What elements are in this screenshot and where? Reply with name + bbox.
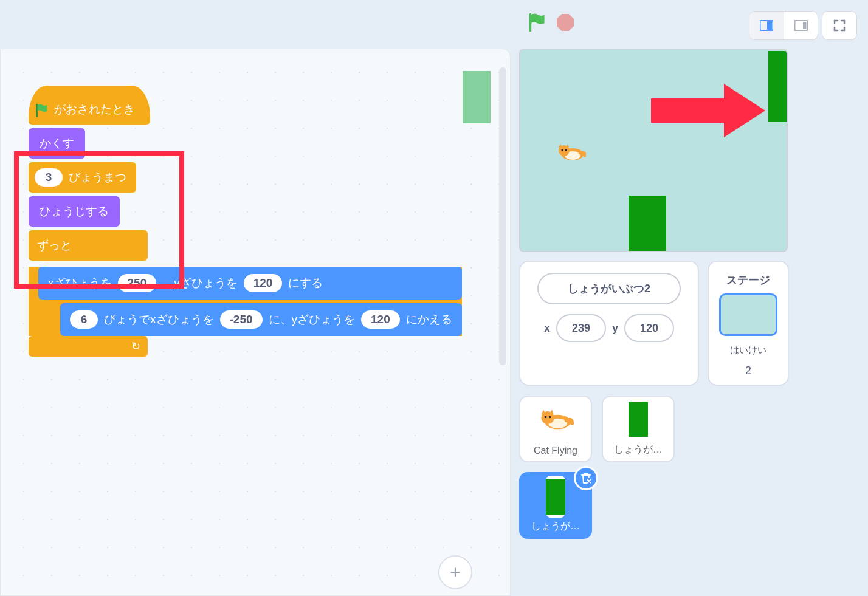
block-label: に、yざひょうを xyxy=(269,312,356,327)
glide-secs-input[interactable]: 6 xyxy=(70,310,98,329)
block-label: にする xyxy=(288,275,323,291)
backdrop-count: 2 xyxy=(718,365,778,377)
trash-icon xyxy=(580,472,591,484)
small-stage-button[interactable] xyxy=(749,12,784,39)
green-flag-icon[interactable] xyxy=(529,13,546,32)
sprite-tile-obstacle1[interactable]: しょうが… xyxy=(602,396,675,462)
looks-show-block[interactable]: ひょうじする xyxy=(29,196,120,227)
svg-rect-3 xyxy=(803,22,807,29)
cat-icon xyxy=(537,408,574,432)
sprite-list: Cat Flying しょうが… しょうが… xyxy=(519,396,699,539)
block-label: 、yざひょうを xyxy=(162,275,238,291)
annotation-arrow-icon xyxy=(651,81,766,140)
svg-point-17 xyxy=(545,416,547,418)
block-stack[interactable]: がおされたとき かくす 3 びょうまつ ひょうじする ずっと x xyxy=(29,86,462,357)
sprite-name-input[interactable]: しょうがいぶつ2 xyxy=(537,273,681,304)
sprite-tile-cat-flying[interactable]: Cat Flying xyxy=(519,396,592,462)
stage-backdrop-tile[interactable] xyxy=(719,293,777,336)
control-forever-block[interactable]: ずっと xyxy=(29,230,148,261)
stage-obstacle-1 xyxy=(629,196,666,252)
sprite-info-panel: しょうがいぶつ2 x 239 y 120 xyxy=(519,261,699,386)
looks-hide-block[interactable]: かくす xyxy=(29,128,85,159)
control-wait-block[interactable]: 3 びょうまつ xyxy=(29,162,136,193)
svg-point-11 xyxy=(565,149,567,151)
stage-obstacle-2 xyxy=(768,51,787,122)
stage-title: ステージ xyxy=(718,273,778,287)
sprite-tile-label: しょうが… xyxy=(614,444,663,456)
svg-point-18 xyxy=(549,416,551,418)
stage-preview[interactable] xyxy=(519,49,788,252)
svg-point-10 xyxy=(561,149,563,151)
sprite-tile-obstacle2[interactable]: しょうが… xyxy=(519,472,592,539)
goto-x-input[interactable]: 250 xyxy=(118,274,157,292)
top-bar xyxy=(0,0,868,49)
blocks-workspace[interactable]: がおされたとき かくす 3 びょうまつ ひょうじする ずっと x xyxy=(0,49,511,596)
sprite-tile-label: しょうが… xyxy=(531,520,580,533)
backdrop-label: はいけい xyxy=(718,344,778,356)
sprite-preview-thumb xyxy=(463,71,491,123)
glide-y-input[interactable]: 120 xyxy=(361,310,400,329)
delete-sprite-button[interactable] xyxy=(574,466,598,490)
motion-glide-to-xy-block[interactable]: 6 びょうでxざひょうを -250 に、yざひょうを 120 にかえる xyxy=(60,303,462,336)
fullscreen-button[interactable] xyxy=(822,12,856,39)
svg-marker-4 xyxy=(651,84,765,137)
block-label: びょうまつ xyxy=(69,170,126,185)
workspace-scrollbar[interactable] xyxy=(499,67,506,365)
event-when-flag-clicked-block[interactable]: がおされたとき xyxy=(29,86,150,125)
green-flag-icon xyxy=(36,104,48,117)
block-label: びょうでxざひょうを xyxy=(104,312,214,327)
motion-goto-xy-block[interactable]: xざひょうを 250 、yざひょうを 120 にする xyxy=(38,267,462,300)
block-label: ひょうじする xyxy=(40,204,109,219)
sprite-x-input[interactable]: 239 xyxy=(556,314,606,342)
x-label: x xyxy=(544,322,550,335)
svg-rect-1 xyxy=(767,21,772,30)
block-label: にかえる xyxy=(406,312,452,327)
stage-cat-sprite[interactable] xyxy=(556,142,586,166)
block-label: かくす xyxy=(40,135,74,151)
block-label: がおされたとき xyxy=(54,101,135,117)
stage-size-controls xyxy=(749,11,857,40)
wait-seconds-input[interactable]: 3 xyxy=(35,168,63,187)
loop-arrow-icon: ↻ xyxy=(131,340,140,353)
sprite-y-input[interactable]: 120 xyxy=(624,314,674,342)
sprite-tile-label: Cat Flying xyxy=(534,445,577,456)
y-label: y xyxy=(612,322,618,335)
glide-x-input[interactable]: -250 xyxy=(220,310,263,329)
stop-icon[interactable] xyxy=(557,14,574,31)
block-label: xざひょうを xyxy=(48,275,112,291)
stage-info-panel: ステージ はいけい 2 xyxy=(708,261,789,386)
goto-y-input[interactable]: 120 xyxy=(244,274,283,292)
zoom-in-button[interactable]: + xyxy=(438,555,472,589)
forever-loop-end: ↻ xyxy=(29,336,148,357)
large-stage-button[interactable] xyxy=(784,12,818,39)
block-label: ずっと xyxy=(37,239,72,252)
